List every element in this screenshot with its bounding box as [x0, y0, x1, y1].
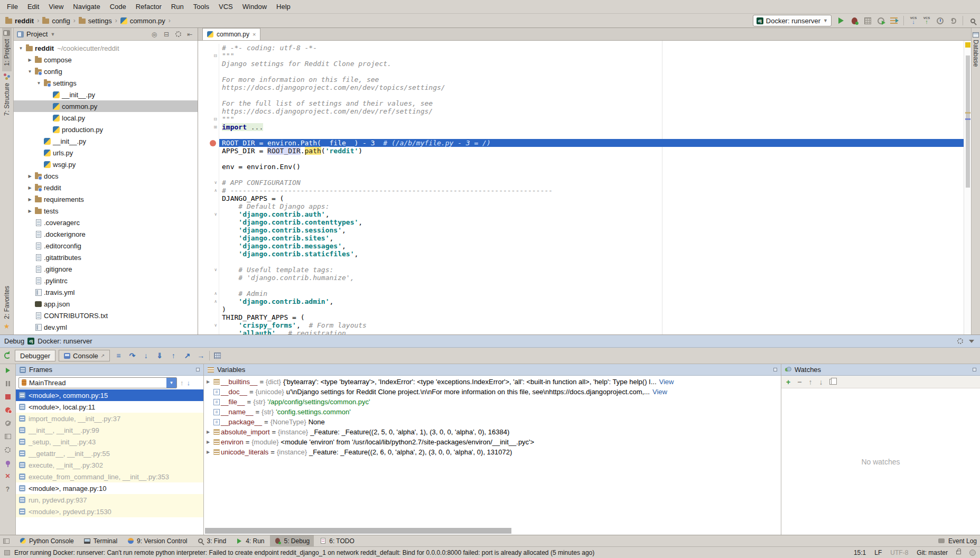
tree-item-common-py[interactable]: common.py: [14, 100, 198, 112]
fold-marker-icon[interactable]: ∨: [214, 267, 217, 272]
code-line[interactable]: [198, 91, 964, 99]
menu-item-edit[interactable]: Edit: [23, 0, 44, 14]
tree-item--coveragerc[interactable]: .coveragerc: [14, 217, 198, 228]
fold-marker-icon[interactable]: ∧: [214, 291, 217, 296]
frame-item[interactable]: execute, __init__.py:302: [16, 459, 203, 471]
duplicate-watch-icon[interactable]: [829, 379, 834, 385]
tab-console[interactable]: Console ↗: [59, 350, 110, 361]
code-line[interactable]: For more information on this file, see: [198, 76, 964, 83]
code-line[interactable]: ∨ 'django.contrib.auth',: [198, 210, 964, 218]
tree-item-contributors-txt[interactable]: CONTRIBUTORS.txt: [14, 310, 198, 321]
close-icon[interactable]: ✕: [4, 472, 12, 480]
thread-select[interactable]: MainThread ▼: [18, 377, 177, 388]
status-item-git-master[interactable]: Git: master: [917, 549, 948, 556]
tool-tab-run[interactable]: 4: Run: [231, 535, 268, 547]
editor-scrollbar[interactable]: [964, 41, 971, 334]
revert-icon[interactable]: [949, 16, 957, 25]
status-window-icon[interactable]: [4, 550, 10, 555]
settings-gear-icon[interactable]: [956, 337, 964, 346]
pin-mini-icon[interactable]: [773, 368, 777, 371]
vcs-update-icon[interactable]: VCS↓: [909, 16, 918, 25]
tree-item-reddit[interactable]: ▼reddit~/cookiecutter/reddit: [14, 42, 198, 54]
code-line[interactable]: https://docs.djangoproject.com/en/dev/re…: [198, 107, 964, 115]
thread-dropdown-button[interactable]: ▼: [166, 377, 176, 388]
frame-item[interactable]: execute_from_command_line, __init__.py:3…: [16, 471, 203, 482]
add-watch-icon[interactable]: +: [786, 378, 790, 386]
frame-item[interactable]: import_module, __init__.py:37: [16, 413, 203, 424]
frame-item[interactable]: <module>, manage.py:10: [16, 482, 203, 494]
coverage-report-icon[interactable]: [890, 16, 898, 25]
settings-gear-icon[interactable]: [4, 445, 12, 454]
code-line[interactable]: DJANGO_APPS = (: [198, 194, 964, 202]
fold-marker-icon[interactable]: ∨: [214, 323, 217, 328]
pin-mini-icon[interactable]: [196, 368, 200, 371]
stop-icon[interactable]: [4, 393, 12, 401]
debug-button[interactable]: [850, 16, 858, 25]
tab-debugger[interactable]: Debugger: [15, 350, 55, 361]
tool-tab-debug[interactable]: 5: Debug: [270, 535, 314, 547]
menu-item-code[interactable]: Code: [105, 0, 131, 14]
code-line[interactable]: 'django.contrib.contenttypes',: [198, 218, 964, 226]
expand-arrow-icon[interactable]: ▶: [204, 440, 212, 444]
variable-row-file[interactable]: 8__file__={str} '/app/config/settings/co…: [204, 397, 781, 407]
code-line[interactable]: Django settings for Reddit Clone project…: [198, 60, 964, 68]
code-line[interactable]: ): [198, 305, 964, 313]
tree-item-compose[interactable]: ▶compose: [14, 54, 198, 66]
window-switcher-icon[interactable]: [3, 538, 10, 544]
code-line[interactable]: [198, 171, 964, 179]
step-into-icon[interactable]: ↓: [141, 351, 151, 360]
show-execution-point-icon[interactable]: ≡: [113, 351, 124, 360]
tool-tab-version-control[interactable]: 9: Version Control: [123, 535, 191, 547]
tree-expand-icon[interactable]: ▶: [26, 174, 34, 179]
expand-arrow-icon[interactable]: ▶: [204, 379, 212, 384]
hide-panel-icon[interactable]: ⇤: [185, 31, 194, 38]
tree-item--gitattributes[interactable]: .gitattributes: [14, 252, 198, 263]
next-frame-icon[interactable]: ↓: [187, 379, 191, 387]
local-history-icon[interactable]: [936, 16, 944, 25]
code-line[interactable]: ∨# APP CONFIGURATION: [198, 179, 964, 187]
code-line[interactable]: 'django.contrib.messages',: [198, 242, 964, 250]
tree-expand-icon[interactable]: ▼: [17, 46, 25, 51]
code-line[interactable]: ⊟""": [198, 52, 964, 60]
expand-arrow-icon[interactable]: ▶: [204, 430, 212, 434]
code-line[interactable]: For the full list of settings and their …: [198, 99, 964, 107]
tree-item--init-py[interactable]: __init__.py: [14, 89, 198, 100]
tool-tab-todo[interactable]: 6: TODO: [315, 535, 359, 547]
code-line[interactable]: env = environ.Env(): [198, 163, 964, 171]
menu-item-window[interactable]: Window: [238, 0, 272, 14]
resume-icon[interactable]: [4, 366, 12, 375]
lock-icon[interactable]: [956, 551, 961, 554]
tree-item-tests[interactable]: ▶tests: [14, 205, 198, 217]
code-line[interactable]: 'django.contrib.sites',: [198, 234, 964, 242]
previous-frame-icon[interactable]: ↑: [180, 379, 184, 387]
tree-expand-icon[interactable]: ▼: [35, 81, 43, 86]
tree-item--editorconfig[interactable]: .editorconfig: [14, 240, 198, 252]
step-out-icon[interactable]: ↑: [168, 351, 179, 360]
evaluate-arrow-icon[interactable]: →: [195, 351, 206, 360]
code-line[interactable]: APPS_DIR = ROOT_DIR.path('reddit'): [198, 147, 964, 155]
hector-icon[interactable]: [969, 550, 976, 556]
tree-item-requirements[interactable]: ▶requirements: [14, 193, 198, 205]
profiler-icon[interactable]: [876, 16, 885, 25]
hide-window-icon[interactable]: [967, 337, 976, 346]
tool-tab-python-console[interactable]: Python Console: [15, 535, 78, 547]
settings-gear-icon[interactable]: [174, 30, 182, 39]
frame-item[interactable]: __init__, __init__.py:99: [16, 424, 203, 436]
sidebar-tab-favorites[interactable]: 2: Favorites ★: [2, 281, 12, 334]
view-link[interactable]: View: [659, 378, 674, 386]
code-line[interactable]: ROOT_DIR = environ.Path(__file__) - 3 # …: [198, 139, 964, 147]
tree-expand-icon[interactable]: ▶: [26, 197, 34, 202]
fold-marker-icon[interactable]: ⊞: [213, 125, 217, 129]
force-step-into-icon[interactable]: ⇓: [154, 351, 165, 360]
vcs-commit-icon[interactable]: VCS↑: [922, 16, 931, 25]
pin-icon[interactable]: [4, 459, 12, 467]
sidebar-tab-project[interactable]: 1: Project: [2, 28, 12, 71]
chevron-down-icon[interactable]: ▼: [50, 32, 55, 37]
breadcrumb-item[interactable]: config: [42, 17, 70, 25]
fold-marker-icon[interactable]: ⊟: [213, 53, 217, 58]
menu-item-file[interactable]: File: [2, 0, 23, 14]
code-line[interactable]: 'django.contrib.sessions',: [198, 226, 964, 234]
evaluate-expression-icon[interactable]: [213, 351, 221, 360]
code-line[interactable]: ∧# -------------------------------------…: [198, 187, 964, 194]
frame-item[interactable]: <module>, local.py:11: [16, 401, 203, 413]
